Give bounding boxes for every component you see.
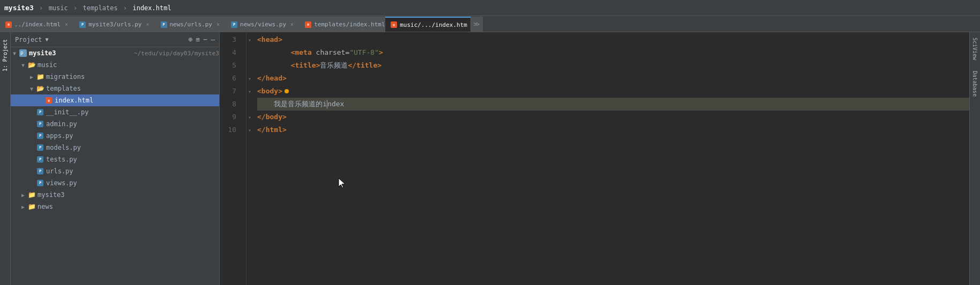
- fold-10[interactable]: ▾: [246, 123, 253, 136]
- sidebar-icon-collapse[interactable]: −: [203, 35, 207, 43]
- code-line-4[interactable]: <meta charset="UTF-8">: [257, 46, 969, 59]
- tab-close-icon[interactable]: ×: [65, 21, 68, 27]
- tab-label: ../index.html: [14, 21, 61, 28]
- tree-item-init-py[interactable]: P __init__.py: [11, 106, 219, 118]
- py-file-icon-apps: P: [36, 132, 44, 140]
- main-layout: 1: Project Project ▼ ⊕ ≡ − – P mysite3 ~…: [0, 32, 980, 285]
- folder-icon-news: 📁: [28, 203, 35, 210]
- tab-label: music/.../index.htm: [400, 21, 467, 28]
- tab-close-icon[interactable]: ×: [290, 21, 294, 27]
- tab-news-views[interactable]: P news/views.py ×: [226, 17, 300, 32]
- tree-item-mysite3-sub[interactable]: 📁 mysite3: [11, 189, 219, 201]
- fold-6[interactable]: ▾: [246, 72, 253, 85]
- tree-arrow-migrations: [30, 74, 36, 80]
- tree-label-mysite3-sub: mysite3: [38, 191, 219, 199]
- sidebar-icon-settings[interactable]: ≡: [196, 35, 200, 43]
- tab-templates-index[interactable]: H templates/index.html ×: [300, 17, 385, 32]
- tab-close-icon[interactable]: ×: [146, 21, 149, 27]
- py-icon: P: [79, 21, 86, 28]
- sidebar: Project ▼ ⊕ ≡ − – P mysite3 ~/tedu/vip/d…: [11, 32, 220, 285]
- right-panel-sciview[interactable]: SciView: [971, 32, 979, 65]
- tree-item-tests-py[interactable]: P tests.py: [11, 154, 219, 165]
- fold-gutter: ▾ ▾ ▾ ▾ ▾: [246, 32, 253, 285]
- body-open-indicator: [285, 89, 289, 93]
- folder-icon-mysite3-sub: 📁: [28, 191, 35, 199]
- line-num-10: 10: [220, 123, 241, 136]
- tree-item-templates[interactable]: 📂 templates: [11, 83, 219, 94]
- py-icon: P: [231, 21, 237, 28]
- sidebar-header: Project ▼ ⊕ ≡ − –: [11, 32, 219, 47]
- code-indent-8: [257, 98, 274, 111]
- body-text: 我是音乐频道的i: [274, 98, 327, 111]
- tree-label-mysite3: mysite3: [29, 49, 132, 57]
- tree-item-apps-py[interactable]: P apps.py: [11, 130, 219, 142]
- py-icon: P: [161, 21, 167, 28]
- tree-item-music[interactable]: 📂 music: [11, 59, 219, 71]
- tab-overflow-button[interactable]: ≫: [471, 17, 483, 32]
- code-line-5[interactable]: <title>音乐频道</title>: [257, 59, 969, 72]
- tag-meta: <meta: [291, 46, 316, 59]
- html-icon: H: [305, 21, 311, 28]
- tab-index-html-root[interactable]: H ../index.html ×: [0, 17, 74, 32]
- body-text-after: ndex: [327, 98, 344, 111]
- title-text: 音乐频道: [320, 59, 348, 72]
- code-line-7[interactable]: <body>: [257, 85, 969, 98]
- tab-label: news/urls.py: [170, 21, 212, 28]
- tab-music-index[interactable]: H music/.../index.htm ×: [385, 17, 471, 32]
- code-line-10[interactable]: </html>: [257, 123, 969, 136]
- code-line-6[interactable]: </head>: [257, 72, 969, 85]
- tree-arrow-mysite3: [13, 50, 19, 56]
- sidebar-icon-add[interactable]: ⊕: [189, 35, 193, 43]
- tree-path-mysite3: ~/tedu/vip/day03/mysite3: [134, 50, 219, 57]
- sidebar-icon-minimize[interactable]: –: [211, 35, 215, 43]
- py-file-icon-admin: P: [36, 120, 44, 128]
- tree-label-music: music: [38, 61, 219, 69]
- tab-mysite3-urls[interactable]: P mysite3/urls.py ×: [74, 17, 155, 32]
- attr-charset: charset=: [316, 46, 350, 59]
- tree-label-views: views.py: [46, 179, 219, 187]
- py-file-icon-init: P: [36, 108, 44, 116]
- fold-9[interactable]: ▾: [246, 111, 253, 123]
- tree-item-models-py[interactable]: P models.py: [11, 142, 219, 154]
- tree-arrow-music: [21, 62, 28, 68]
- panel-strip-project[interactable]: 1: Project: [1, 35, 9, 76]
- tree-item-mysite3-root[interactable]: P mysite3 ~/tedu/vip/day03/mysite3: [11, 47, 219, 59]
- tree-item-urls-py[interactable]: P urls.py: [11, 165, 219, 177]
- fold-7[interactable]: ▾: [246, 85, 253, 98]
- tree-item-views-py[interactable]: P views.py: [11, 177, 219, 189]
- folder-open-icon-templates: 📂: [36, 85, 44, 92]
- py-file-icon-tests: P: [36, 156, 44, 163]
- code-indent-4: [257, 46, 291, 59]
- fold-4: [246, 46, 253, 59]
- right-panel-database[interactable]: Database: [971, 65, 979, 102]
- tag-body-open: <body>: [257, 85, 282, 98]
- tag-html-close: </html>: [257, 123, 287, 136]
- code-editor[interactable]: <head> <meta charset="UTF-8"> <title>音乐频…: [253, 32, 969, 285]
- py-file-icon-views: P: [36, 179, 44, 187]
- project-title: mysite3: [4, 4, 34, 12]
- tag-head-close: </head>: [257, 72, 287, 85]
- tab-close-icon[interactable]: ×: [216, 21, 220, 27]
- breadcrumb-file: index.html: [132, 4, 171, 12]
- left-panel-strip: 1: Project: [0, 32, 11, 285]
- tab-label: news/views.py: [240, 21, 286, 28]
- folder-icon-migrations: 📁: [36, 73, 44, 81]
- sidebar-dropdown-arrow[interactable]: ▼: [46, 36, 49, 42]
- tab-news-urls[interactable]: P news/urls.py ×: [155, 17, 226, 32]
- tree-label-urls: urls.py: [46, 167, 219, 175]
- line-num-9: 9: [220, 111, 241, 123]
- html-file-icon: H: [45, 97, 53, 104]
- code-line-9[interactable]: </body>: [257, 111, 969, 123]
- tree-arrow-mysite3-sub: [21, 192, 28, 198]
- tree-item-index-html[interactable]: H index.html: [11, 94, 219, 106]
- tree-item-admin-py[interactable]: P admin.py: [11, 118, 219, 130]
- editor-area[interactable]: 3 4 5 6 7 8 9 10 ▾ ▾ ▾ ▾ ▾: [220, 32, 969, 285]
- breadcrumb-music: music: [49, 4, 68, 12]
- tree-item-migrations[interactable]: 📁 migrations: [11, 71, 219, 83]
- tree-item-news[interactable]: 📁 news: [11, 201, 219, 213]
- tree-arrow-news: [21, 204, 28, 210]
- code-line-8[interactable]: 我是音乐频道的index: [257, 98, 969, 111]
- fold-3[interactable]: ▾: [246, 33, 253, 46]
- code-line-3[interactable]: <head>: [257, 33, 969, 46]
- tag-body-close: </body>: [257, 111, 287, 123]
